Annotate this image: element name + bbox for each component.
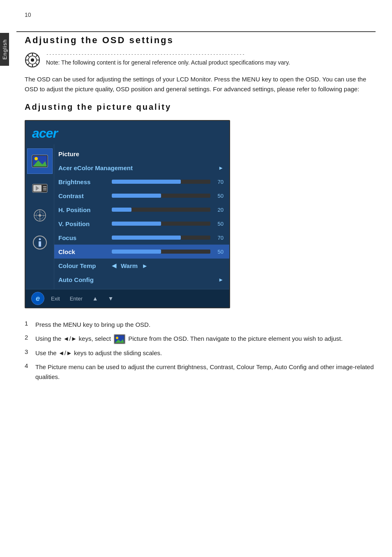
osd-vposition-value: 50 [214,221,224,227]
osd-footer-logo: e [31,292,44,305]
osd-label-autoconfig: Auto Config [58,276,112,283]
osd-footer-down: ▼ [108,295,114,302]
osd-label-focus: Focus [58,234,112,241]
osd-hposition-slider[interactable] [112,208,210,212]
osd-row-hposition[interactable]: H. Position 20 [54,203,229,217]
note-text: Note: The following content is for gener… [46,58,376,67]
osd-footer: e Exit Enter ▲ ▼ [25,289,229,307]
osd-clock-fill [112,250,161,254]
osd-label-hposition: H. Position [58,206,112,213]
osd-focus-fill [112,236,181,240]
osd-autoconfig-arrow: ► [218,277,224,283]
osd-hposition-fill [112,208,131,212]
osd-footer-enter: Enter [70,296,83,302]
osd-footer-items: Exit Enter ▲ ▼ [51,295,113,302]
osd-contrast-slider-area: 50 [112,193,224,199]
svg-point-17 [39,238,41,240]
osd-row-ecolor[interactable]: Acer eColor Management ► [54,161,229,175]
osd-row-contrast[interactable]: Contrast 50 [54,189,229,203]
sub-section-title: Adjusting the picture quality [25,102,376,112]
osd-sidebar-brightness[interactable] [27,176,53,201]
osd-clock-value: 50 [214,249,224,255]
note-text-block: ----------------------------------------… [46,51,376,67]
osd-sidebar-info[interactable] [27,230,53,255]
svg-point-15 [39,214,41,217]
osd-focus-slider[interactable] [112,236,210,240]
instruction-text-1: Press the MENU key to bring up the OSD. [35,320,376,330]
osd-colourtemp-right-arrow[interactable]: ► [142,262,148,269]
osd-brightness-slider[interactable] [112,180,210,184]
instruction-2: 2 Using the ◄/► keys, select Picture fro… [25,334,376,344]
svg-point-2 [31,58,34,62]
osd-label-vposition: V. Position [58,220,112,227]
osd-hposition-slider-area: 20 [112,207,224,213]
osd-label-ecolor: Acer eColor Management [58,164,133,171]
osd-brightness-fill [112,180,181,184]
osd-footer-exit: Exit [51,296,60,302]
osd-colourtemp-value: Warm [121,262,138,269]
instructions: 1 Press the MENU key to bring up the OSD… [25,320,376,382]
osd-contrast-value: 50 [214,193,224,199]
page-number: 10 [25,12,31,18]
instruction-text-2: Using the ◄/► keys, select Picture from … [35,334,376,344]
osd-row-colourtemp[interactable]: Colour Temp ◀ Warm ► [54,259,229,273]
osd-row-focus[interactable]: Focus 70 [54,231,229,245]
body-text: The OSD can be used for adjusting the se… [25,74,376,94]
osd-row-autoconfig[interactable]: Auto Config ► [54,273,229,287]
svg-rect-18 [39,241,41,247]
osd-sidebar-osd[interactable] [27,203,53,228]
osd-colourtemp-left-arrow[interactable]: ◀ [112,262,117,269]
instruction-3: 3 Use the ◄/► keys to adjust the sliding… [25,348,376,358]
instruction-num-2: 2 [25,334,31,341]
osd-menu: acer [25,120,230,308]
osd-header: acer [25,121,229,144]
svg-point-21 [116,337,118,339]
note-dashes: ----------------------------------------… [46,51,376,57]
osd-label-clock: Clock [58,248,112,255]
osd-row-picture: Picture [54,147,229,161]
note-section: ----------------------------------------… [25,51,376,68]
instruction-4: 4 The Picture menu can be used to adjust… [25,362,376,382]
osd-focus-value: 70 [214,235,224,241]
osd-label-colourtemp: Colour Temp [58,262,112,269]
osd-contrast-fill [112,194,161,198]
svg-point-5 [35,157,38,160]
side-tab-english: English [0,33,9,66]
instruction-text-4: The Picture menu can be used to adjust t… [35,362,376,382]
osd-ecolor-arrow: ► [218,165,224,171]
osd-menu-items: Picture Acer eColor Management ► Brightn… [54,144,229,289]
acer-logo: acer [32,126,223,141]
osd-label-picture: Picture [58,150,112,157]
osd-row-clock[interactable]: Clock 50 [54,245,229,259]
osd-brightness-value: 70 [214,179,224,185]
osd-row-vposition[interactable]: V. Position 50 [54,217,229,231]
instruction-text-3: Use the ◄/► keys to adjust the sliding s… [35,348,376,358]
osd-row-brightness[interactable]: Brightness 70 [54,175,229,189]
instruction-num-3: 3 [25,348,31,355]
osd-hposition-value: 20 [214,207,224,213]
instruction-num-1: 1 [25,320,31,327]
osd-contrast-slider[interactable] [112,194,210,198]
osd-brightness-slider-area: 70 [112,179,224,185]
osd-vposition-slider[interactable] [112,222,210,226]
instruction-num-4: 4 [25,362,31,369]
osd-label-contrast: Contrast [58,192,112,199]
osd-sidebar-picture[interactable] [27,148,53,174]
settings-icon [25,52,40,68]
osd-sidebar [25,144,54,289]
osd-vposition-fill [112,222,161,226]
osd-vposition-slider-area: 50 [112,221,224,227]
top-divider [16,31,376,32]
osd-colourtemp-controls: ◀ Warm ► [112,262,224,269]
osd-footer-up: ▲ [92,295,98,302]
instruction-1: 1 Press the MENU key to bring up the OSD… [25,320,376,330]
osd-label-brightness: Brightness [58,178,112,185]
osd-clock-slider[interactable] [112,250,210,254]
osd-clock-slider-area: 50 [112,249,224,255]
osd-focus-slider-area: 70 [112,235,224,241]
section-title: Adjusting the OSD settings [25,35,376,46]
